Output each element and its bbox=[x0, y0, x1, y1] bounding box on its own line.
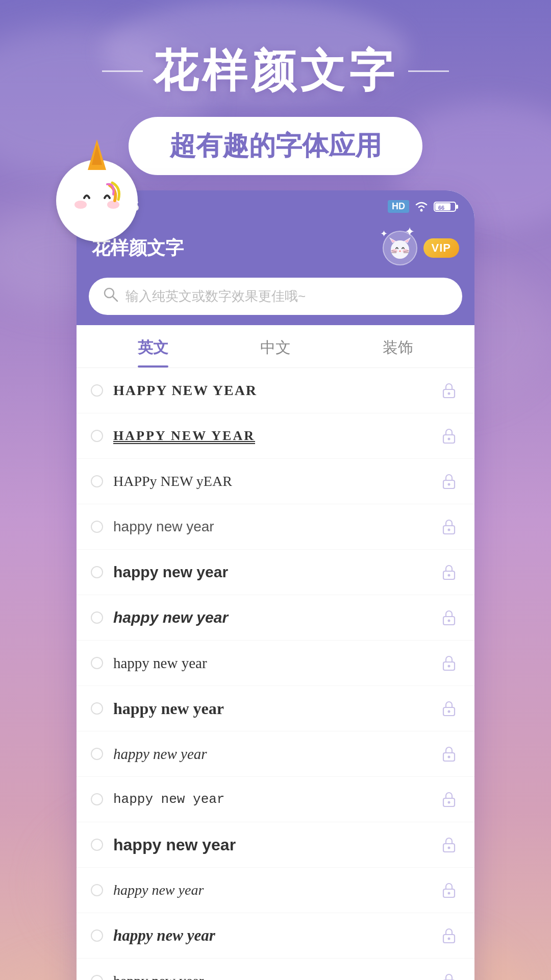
font-row[interactable]: HAPPy NEW yEAR bbox=[77, 459, 474, 504]
row-radio bbox=[91, 975, 103, 980]
cat-face-svg bbox=[387, 235, 413, 261]
row-radio bbox=[91, 611, 103, 624]
font-row[interactable]: happy new year bbox=[77, 777, 474, 822]
row-radio bbox=[91, 839, 103, 851]
svg-point-0 bbox=[74, 201, 87, 209]
tab-english[interactable]: 英文 bbox=[92, 325, 214, 368]
font-text-display: happy new year bbox=[113, 792, 438, 807]
font-row[interactable]: happy new year bbox=[77, 868, 474, 913]
row-radio bbox=[91, 521, 103, 533]
font-text-display: happy new year bbox=[113, 973, 438, 980]
font-list: HAPPY NEW YEAR HAPPY NEW YEAR HAPPy NEW … bbox=[77, 368, 474, 980]
font-row[interactable]: happy new year bbox=[77, 686, 474, 731]
svg-point-46 bbox=[448, 938, 450, 940]
svg-point-1 bbox=[107, 201, 119, 209]
font-row[interactable]: happy new year bbox=[77, 731, 474, 777]
font-text-display: happy new year bbox=[113, 882, 438, 898]
lock-icon bbox=[438, 652, 460, 674]
lock-icon bbox=[438, 970, 460, 980]
svg-point-30 bbox=[448, 574, 450, 577]
svg-line-20 bbox=[113, 297, 117, 301]
svg-point-32 bbox=[448, 620, 450, 622]
font-row[interactable]: happy new year bbox=[77, 913, 474, 959]
svg-text:66: 66 bbox=[438, 205, 444, 211]
unicorn-horn bbox=[88, 139, 106, 170]
font-text-display: happy new year bbox=[113, 926, 438, 945]
unicorn-face bbox=[56, 160, 138, 241]
font-row[interactable]: happy new year bbox=[77, 959, 474, 980]
lock-icon bbox=[438, 788, 460, 811]
lock-icon bbox=[438, 516, 460, 538]
subtitle-pill: 超有趣的字体应用 bbox=[129, 117, 422, 175]
cat-avatar-wrap: ✦ ✦ bbox=[383, 231, 417, 265]
svg-point-28 bbox=[448, 529, 450, 531]
font-text-display: happy new year bbox=[113, 609, 438, 626]
font-row[interactable]: HAPPY NEW YEAR bbox=[77, 413, 474, 459]
subtitle-text: 超有趣的字体应用 bbox=[169, 131, 382, 160]
font-row[interactable]: HAPPY NEW YEAR bbox=[77, 368, 474, 413]
vip-badge[interactable]: VIP bbox=[423, 238, 459, 258]
unicorn-face-svg bbox=[66, 175, 128, 226]
lock-icon bbox=[438, 924, 460, 947]
row-radio bbox=[91, 384, 103, 397]
row-radio bbox=[91, 748, 103, 760]
row-radio bbox=[91, 657, 103, 669]
font-row[interactable]: happy new year bbox=[77, 822, 474, 868]
tab-chinese[interactable]: 中文 bbox=[214, 325, 337, 368]
svg-point-22 bbox=[448, 393, 450, 395]
font-row[interactable]: happy new year bbox=[77, 550, 474, 595]
font-text-display: happy new year bbox=[113, 836, 438, 854]
svg-point-24 bbox=[448, 438, 450, 440]
lock-icon bbox=[438, 743, 460, 765]
row-radio bbox=[91, 475, 103, 487]
svg-point-14 bbox=[399, 251, 401, 252]
lock-icon bbox=[438, 834, 460, 856]
lock-icon bbox=[438, 425, 460, 447]
row-radio bbox=[91, 702, 103, 715]
svg-point-38 bbox=[448, 756, 450, 758]
font-row[interactable]: happy new year bbox=[77, 595, 474, 641]
unicorn-character bbox=[56, 160, 153, 257]
tab-english-label: 英文 bbox=[138, 339, 168, 356]
svg-point-44 bbox=[448, 892, 450, 895]
svg-point-36 bbox=[448, 710, 450, 713]
lock-icon bbox=[438, 379, 460, 402]
font-text-display: happy new year bbox=[113, 655, 438, 672]
row-radio bbox=[91, 566, 103, 578]
row-radio bbox=[91, 929, 103, 942]
svg-point-26 bbox=[448, 483, 450, 486]
font-row[interactable]: happy new year bbox=[77, 504, 474, 550]
font-text-display: happy new year bbox=[113, 519, 438, 535]
phone-mockup: 午10:15 HD 66 花样 bbox=[77, 190, 474, 980]
search-input[interactable]: 输入纯英文或数字效果更佳哦~ bbox=[126, 287, 448, 305]
title-line-right bbox=[408, 70, 449, 72]
svg-point-40 bbox=[448, 801, 450, 804]
svg-rect-4 bbox=[456, 205, 458, 209]
wifi-icon bbox=[413, 201, 430, 213]
status-icons: HD 66 bbox=[388, 200, 459, 213]
row-radio bbox=[91, 793, 103, 805]
battery-icon: 66 bbox=[434, 200, 459, 213]
tabs-container: 英文 中文 装饰 bbox=[77, 325, 474, 368]
header-right: ✦ ✦ bbox=[383, 231, 459, 265]
svg-point-42 bbox=[448, 847, 450, 849]
lock-icon bbox=[438, 470, 460, 493]
font-row[interactable]: happy new year bbox=[77, 641, 474, 686]
font-text-display: HAPPY NEW YEAR bbox=[113, 428, 438, 444]
title-line-left bbox=[102, 70, 143, 72]
font-text-display: HAPPy NEW yEAR bbox=[113, 473, 438, 489]
font-text-display: happy new year bbox=[113, 699, 438, 718]
svg-point-2 bbox=[420, 209, 423, 211]
tab-decoration-label: 装饰 bbox=[383, 339, 413, 356]
font-text-display: HAPPY NEW YEAR bbox=[113, 382, 438, 399]
tab-chinese-label: 中文 bbox=[260, 339, 291, 356]
tab-decoration[interactable]: 装饰 bbox=[337, 325, 459, 368]
hd-badge: HD bbox=[388, 200, 409, 213]
search-icon bbox=[103, 287, 118, 306]
row-radio bbox=[91, 430, 103, 442]
hero-title-text: 花样颜文字 bbox=[153, 41, 398, 102]
lock-icon bbox=[438, 697, 460, 720]
search-area: 输入纯英文或数字效果更佳哦~ bbox=[77, 278, 474, 325]
lock-icon bbox=[438, 561, 460, 583]
search-bar[interactable]: 输入纯英文或数字效果更佳哦~ bbox=[89, 278, 462, 315]
